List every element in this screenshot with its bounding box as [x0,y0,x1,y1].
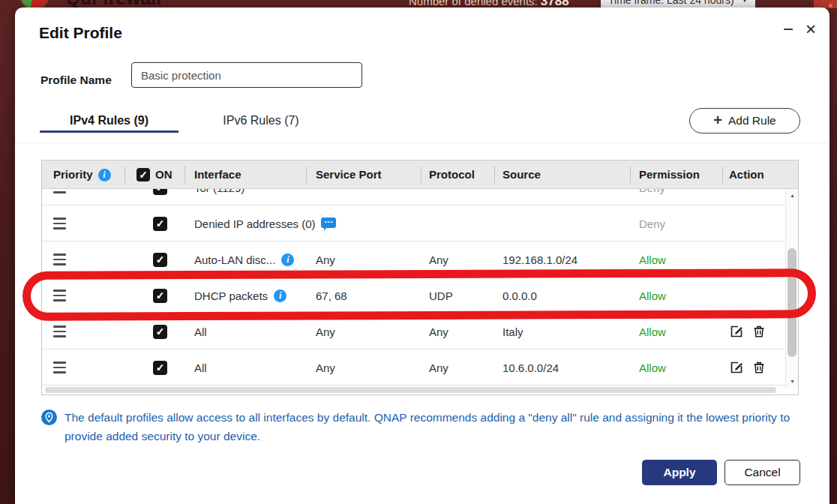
drag-handle-icon[interactable] [53,290,66,302]
rule-permission: Allow [639,350,666,386]
rule-service-port: 67, 68 [316,278,347,314]
table-row-auto-lan: ✓ Auto-LAN disc...i Any Any 192.168.1.0/… [42,242,785,278]
rule-permission: Deny [639,189,665,206]
alert-dot-icon [829,4,832,8]
horizontal-scrollbar-thumb[interactable] [45,387,776,393]
rule-source: 10.6.0.0/24 [502,350,559,386]
rule-protocol: Any [429,314,448,350]
info-icon[interactable]: i [274,290,286,302]
rule-interface: Auto-LAN disc... [194,254,275,266]
rule-protocol: Any [429,350,448,386]
header-separator [494,166,495,183]
rule-interface: Denied IP addresses (0) [194,218,315,230]
rule-interface: Tor (1129) [194,189,244,206]
add-rule-label: Add Rule [728,114,776,128]
col-action: Action [729,160,764,189]
table-body-viewport: ✓ Tor (1129) Deny ✓ Denied IP addresses … [42,189,785,388]
col-on-label: ON [155,160,172,189]
close-icon[interactable]: × [801,18,820,40]
header-separator [124,166,125,183]
rule-on-checkbox[interactable]: ✓ [153,325,167,339]
header-separator [184,166,185,183]
tab-ipv4-rules[interactable]: IPv4 Rules (9) [40,109,178,133]
rules-table: Priority i ✓ ON Interface Service Port P… [41,160,799,395]
col-interface: Interface [194,160,242,189]
priority-info-icon[interactable]: i [98,169,111,182]
table-row-all-italy: ✓ All Any Any Italy Allow [42,314,785,350]
header-separator [630,166,631,183]
rule-on-checkbox[interactable]: ✓ [153,361,167,375]
denied-events-label: Number of denied events: [409,0,538,8]
table-row-tor: ✓ Tor (1129) Deny [42,189,785,206]
table-rows: ✓ Tor (1129) Deny ✓ Denied IP addresses … [42,189,785,388]
col-priority: Priority i [53,160,111,189]
plus-icon: + [713,112,722,129]
col-service-port: Service Port [316,160,382,189]
rule-source: 192.168.1.0/24 [502,242,578,278]
col-priority-label: Priority [53,160,93,189]
rule-protocol: UDP [429,278,453,314]
dialog-title: Edit Profile [39,24,122,42]
scroll-up-icon[interactable]: ▲ [786,190,799,201]
rule-on-checkbox[interactable]: ✓ [153,189,167,195]
minimize-icon[interactable]: − [778,18,798,40]
rule-interface: All [194,350,207,386]
rule-source: 0.0.0.0 [502,278,537,314]
drag-handle-icon[interactable] [53,218,66,230]
comment-icon[interactable] [321,218,336,228]
profile-name-label: Profile Name [40,68,112,92]
drag-handle-icon[interactable] [53,254,66,266]
select-all-checkbox[interactable]: ✓ [136,168,150,182]
rule-interface: DHCP packets [194,290,268,302]
drag-handle-icon[interactable] [53,326,66,338]
screen: QuFirewall Number of denied events:3788 … [0,0,837,504]
drag-handle-icon[interactable] [53,189,66,194]
edit-profile-dialog: Edit Profile − × Profile Name IPv4 Rules… [15,8,830,504]
col-source: Source [502,160,541,189]
rule-permission: Allow [639,242,666,278]
header-separator [306,166,307,183]
edit-icon[interactable] [729,324,744,339]
time-frame-value: Time frame: Last 24 hours) [608,0,734,6]
rule-source: Italy [502,314,524,350]
edit-icon[interactable] [729,360,744,375]
header-separator [421,166,422,183]
rule-protocol: Any [429,242,448,278]
rule-service-port: Any [316,242,335,278]
table-header: Priority i ✓ ON Interface Service Port P… [42,160,798,189]
vertical-scrollbar[interactable]: ▲ ▼ [785,189,798,388]
header-separator [722,166,723,183]
tabs-divider [15,142,830,143]
col-protocol: Protocol [429,160,475,189]
rule-service-port: Any [316,350,335,386]
rule-on-checkbox[interactable]: ✓ [153,289,167,303]
info-icon[interactable]: i [281,254,294,266]
cancel-button[interactable]: Cancel [724,460,800,485]
rule-permission: Deny [639,206,665,242]
rule-service-port: Any [316,314,335,350]
table-row-all-subnet: ✓ All Any Any 10.6.0.0/24 Allow [42,350,785,386]
note-text: The default profiles allow access to all… [64,408,808,446]
apply-button[interactable]: Apply [642,460,717,485]
rule-on-checkbox[interactable]: ✓ [153,253,167,267]
rule-permission: Allow [639,314,666,350]
rule-on-checkbox[interactable]: ✓ [153,217,167,231]
table-row-dhcp: ✓ DHCP packetsi 67, 68 UDP 0.0.0.0 Allow [42,278,785,314]
delete-icon[interactable] [752,324,766,339]
scroll-down-icon[interactable]: ▼ [786,376,799,387]
col-permission: Permission [639,160,700,189]
drag-handle-icon[interactable] [53,362,66,374]
scrollbar-thumb[interactable] [788,248,796,357]
profile-name-input[interactable] [131,62,362,88]
tab-ipv6-rules[interactable]: IPv6 Rules (7) [186,109,336,133]
active-tab-underline [40,130,178,133]
add-rule-button[interactable]: + Add Rule [689,108,800,134]
delete-icon[interactable] [752,360,766,375]
rule-permission: Allow [639,278,666,314]
col-on: ✓ ON [136,160,172,189]
rule-interface: All [194,314,207,350]
horizontal-scrollbar[interactable] [42,386,785,394]
tip-icon [41,410,57,425]
table-row-denied-ip: ✓ Denied IP addresses (0) Deny [42,206,785,242]
